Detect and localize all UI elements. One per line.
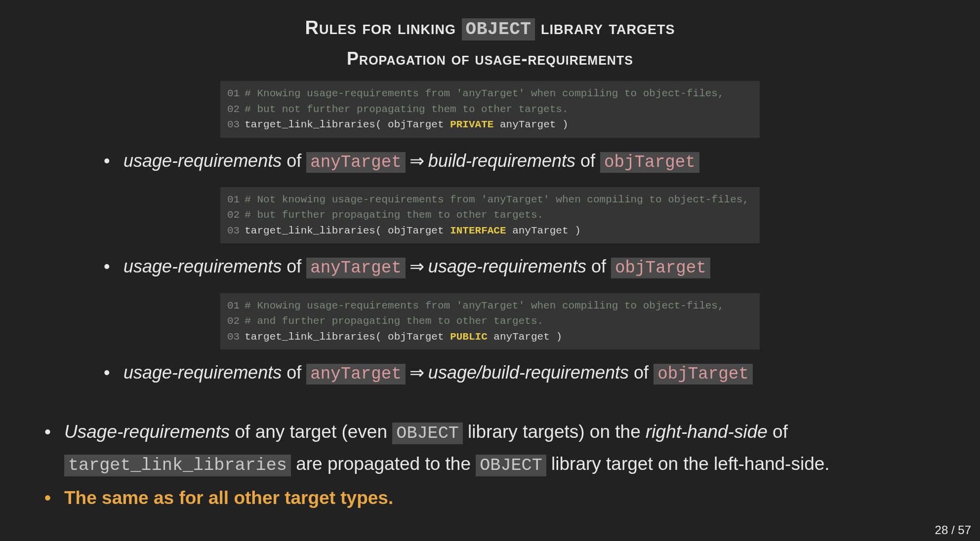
summary-list: Usage-requirements of any target (even O…	[44, 417, 950, 513]
title-object-tag: OBJECT	[462, 18, 535, 40]
code-line: 02# and further propagating them to othe…	[227, 313, 753, 329]
bullet-list: usage-requirements of anyTarget⇒usage/bu…	[104, 359, 950, 387]
code-line: 03target_link_libraries( objTarget INTER…	[227, 223, 753, 239]
summary-item: Usage-requirements of any target (even O…	[44, 417, 950, 481]
code-line: 03target_link_libraries( objTarget PRIVA…	[227, 117, 753, 133]
slide-subtitle: Propagation of usage-requirements	[30, 48, 950, 69]
code-line: 01# Knowing usage-requirements from 'any…	[227, 298, 753, 314]
object-tag: OBJECT	[476, 455, 546, 476]
code-block-public: 01# Knowing usage-requirements from 'any…	[220, 293, 760, 350]
code-line: 01# Knowing usage-requirements from 'any…	[227, 86, 753, 102]
code-line: 02# but not further propagating them to …	[227, 102, 753, 117]
code-block-private: 01# Knowing usage-requirements from 'any…	[220, 81, 760, 138]
code-line: 03target_link_libraries( objTarget PUBLI…	[227, 329, 753, 345]
target-link-libraries-tag: target_link_libraries	[64, 455, 291, 476]
slide-title: Rules for linking OBJECT library targets	[30, 17, 950, 39]
object-tag: OBJECT	[392, 423, 463, 444]
bullet-item: usage-requirements of anyTarget⇒build-re…	[104, 148, 950, 175]
page-number: 28 / 57	[935, 523, 971, 537]
anytarget-tag: anyTarget	[306, 364, 406, 385]
arrow-icon: ⇒	[406, 362, 428, 383]
anytarget-tag: anyTarget	[306, 152, 406, 173]
bullet-list: usage-requirements of anyTarget⇒usage-re…	[104, 253, 950, 281]
title-pre: Rules for linking	[305, 17, 461, 38]
bullet-item: usage-requirements of anyTarget⇒usage/bu…	[104, 359, 950, 387]
bullet-list: usage-requirements of anyTarget⇒build-re…	[104, 148, 950, 175]
arrow-icon: ⇒	[406, 256, 428, 276]
anytarget-tag: anyTarget	[306, 258, 406, 278]
title-post: library targets	[535, 17, 675, 38]
code-block-interface: 01# Not knowing usage-requirements from …	[220, 187, 760, 244]
objtarget-tag: objTarget	[611, 258, 710, 278]
code-line: 01# Not knowing usage-requirements from …	[227, 192, 753, 208]
objtarget-tag: objTarget	[600, 152, 699, 173]
bullet-item: usage-requirements of anyTarget⇒usage-re…	[104, 253, 950, 281]
summary-highlight: The same as for all other target types.	[44, 483, 950, 514]
arrow-icon: ⇒	[406, 151, 428, 171]
code-line: 02# but further propagating them to othe…	[227, 207, 753, 223]
slide-content: Rules for linking OBJECT library targets…	[0, 0, 980, 541]
objtarget-tag: objTarget	[653, 364, 753, 385]
